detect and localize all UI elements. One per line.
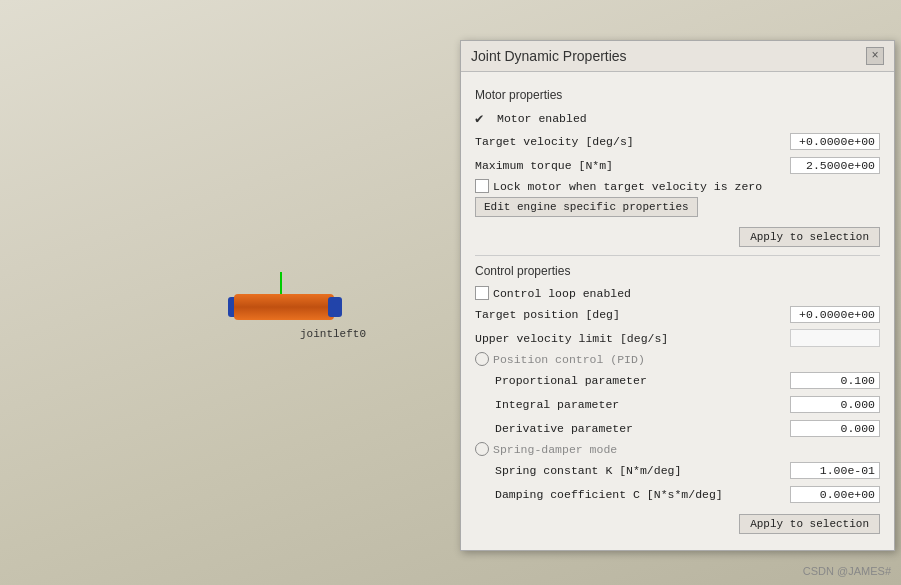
cylinder-body bbox=[234, 294, 334, 320]
integral-value[interactable]: 0.000 bbox=[790, 396, 880, 413]
lock-motor-row: Lock motor when target velocity is zero bbox=[475, 179, 880, 193]
control-apply-row: Apply to selection bbox=[475, 510, 880, 534]
joint-cylinder bbox=[220, 290, 350, 324]
cylinder-cap-right bbox=[328, 297, 342, 317]
control-section-title: Control properties bbox=[475, 264, 880, 278]
control-apply-button[interactable]: Apply to selection bbox=[739, 514, 880, 534]
motor-enabled-row: ✔ Motor enabled bbox=[475, 110, 880, 127]
watermark: CSDN @JAMES# bbox=[803, 565, 891, 577]
target-position-row: Target position [deg] +0.0000e+00 bbox=[475, 304, 880, 324]
joint-label: jointleft0 bbox=[300, 328, 366, 340]
spring-k-label: Spring constant K [N*m/deg] bbox=[495, 464, 790, 477]
max-torque-row: Maximum torque [N*m] 2.5000e+00 bbox=[475, 155, 880, 175]
motor-enabled-label: Motor enabled bbox=[497, 112, 587, 125]
edit-engine-button[interactable]: Edit engine specific properties bbox=[475, 197, 698, 217]
integral-label: Integral parameter bbox=[495, 398, 790, 411]
axis-green bbox=[280, 272, 282, 294]
upper-velocity-row: Upper velocity limit [deg/s] bbox=[475, 328, 880, 348]
edit-engine-row: Edit engine specific properties bbox=[475, 197, 880, 217]
damping-c-label: Damping coefficient C [N*s*m/deg] bbox=[495, 488, 790, 501]
pid-radio-button[interactable] bbox=[475, 352, 489, 366]
target-position-value[interactable]: +0.0000e+00 bbox=[790, 306, 880, 323]
spring-radio-button[interactable] bbox=[475, 442, 489, 456]
dialog-title: Joint Dynamic Properties bbox=[471, 48, 627, 64]
derivative-label: Derivative parameter bbox=[495, 422, 790, 435]
motor-enabled-checkmark[interactable]: ✔ bbox=[475, 110, 493, 127]
integral-row: Integral parameter 0.000 bbox=[475, 394, 880, 414]
dialog-body: Motor properties ✔ Motor enabled Target … bbox=[461, 72, 894, 550]
proportional-label: Proportional parameter bbox=[495, 374, 790, 387]
target-velocity-row: Target velocity [deg/s] +0.0000e+00 bbox=[475, 131, 880, 151]
motor-apply-row: Apply to selection bbox=[475, 223, 880, 247]
derivative-row: Derivative parameter 0.000 bbox=[475, 418, 880, 438]
proportional-value[interactable]: 0.100 bbox=[790, 372, 880, 389]
spring-radio-label: Spring-damper mode bbox=[493, 443, 617, 456]
control-loop-label: Control loop enabled bbox=[493, 287, 631, 300]
control-loop-row: Control loop enabled bbox=[475, 286, 880, 300]
control-loop-checkbox[interactable] bbox=[475, 286, 489, 300]
damping-c-value[interactable]: 0.00e+00 bbox=[790, 486, 880, 503]
spring-radio-row: Spring-damper mode bbox=[475, 442, 880, 456]
dialog-titlebar: Joint Dynamic Properties × bbox=[461, 41, 894, 72]
close-button[interactable]: × bbox=[866, 47, 884, 65]
lock-motor-label: Lock motor when target velocity is zero bbox=[493, 180, 762, 193]
robot-arm: jointleft0 bbox=[220, 290, 350, 324]
spring-k-value[interactable]: 1.00e-01 bbox=[790, 462, 880, 479]
upper-velocity-label: Upper velocity limit [deg/s] bbox=[475, 332, 790, 345]
target-velocity-value[interactable]: +0.0000e+00 bbox=[790, 133, 880, 150]
pid-radio-label: Position control (PID) bbox=[493, 353, 645, 366]
spring-k-row: Spring constant K [N*m/deg] 1.00e-01 bbox=[475, 460, 880, 480]
damping-c-row: Damping coefficient C [N*s*m/deg] 0.00e+… bbox=[475, 484, 880, 504]
motor-section-title: Motor properties bbox=[475, 88, 880, 102]
upper-velocity-value[interactable] bbox=[790, 329, 880, 347]
motor-apply-button[interactable]: Apply to selection bbox=[739, 227, 880, 247]
section-divider bbox=[475, 255, 880, 256]
derivative-value[interactable]: 0.000 bbox=[790, 420, 880, 437]
pid-radio-row: Position control (PID) bbox=[475, 352, 880, 366]
lock-motor-checkbox[interactable] bbox=[475, 179, 489, 193]
proportional-row: Proportional parameter 0.100 bbox=[475, 370, 880, 390]
max-torque-value[interactable]: 2.5000e+00 bbox=[790, 157, 880, 174]
target-velocity-label: Target velocity [deg/s] bbox=[475, 135, 790, 148]
max-torque-label: Maximum torque [N*m] bbox=[475, 159, 790, 172]
joint-dynamic-properties-dialog: Joint Dynamic Properties × Motor propert… bbox=[460, 40, 895, 551]
target-position-label: Target position [deg] bbox=[475, 308, 790, 321]
